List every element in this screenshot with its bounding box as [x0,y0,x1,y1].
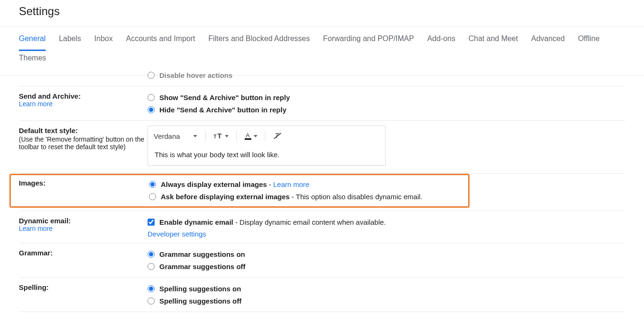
font-family-dropdown[interactable]: Verdana [154,132,201,140]
label-images-always[interactable]: Always display external images - Learn m… [161,180,309,188]
send-archive-title: Send and Archive: [19,92,148,100]
label-spelling-off[interactable]: Spelling suggestions off [159,297,241,305]
radio-images-always[interactable] [149,181,156,188]
checkbox-enable-dynamic-email[interactable] [148,219,155,226]
label-grammar-off[interactable]: Grammar suggestions off [159,262,246,271]
row-send-archive: Send and Archive: Learn more Show "Send … [19,86,625,121]
label-send-archive-show[interactable]: Show "Send & Archive" button in reply [159,93,290,102]
tab-advanced[interactable]: Advanced [531,27,565,51]
remove-formatting-icon: T [273,132,282,140]
label-grammar-on[interactable]: Grammar suggestions on [159,250,245,258]
tab-addons[interactable]: Add-ons [427,27,455,51]
radio-send-archive-hide[interactable] [148,106,155,113]
tab-general[interactable]: General [19,27,46,51]
text-style-card: Verdana TT A [148,126,386,166]
page-title: Settings [19,5,644,18]
toolbar-separator [206,131,206,141]
text-style-toolbar: Verdana TT A [148,126,385,146]
svg-text:T: T [214,134,216,139]
settings-content: Disable hover actions Send and Archive: … [0,75,644,312]
spelling-title: Spelling: [19,283,148,291]
grammar-title: Grammar: [19,249,148,257]
chevron-down-icon [225,135,229,137]
radio-disable-hover[interactable] [148,72,155,79]
tab-inbox[interactable]: Inbox [94,27,113,51]
label-send-archive-hide[interactable]: Hide "Send & Archive" button in reply [159,106,287,114]
toolbar-separator [236,131,237,141]
toolbar-separator [265,131,265,141]
tab-chat[interactable]: Chat and Meet [469,27,518,51]
svg-text:A: A [246,132,250,139]
text-color-dropdown[interactable]: A [241,130,260,142]
font-size-dropdown[interactable]: TT [211,130,231,142]
svg-rect-3 [245,138,251,140]
label-disable-hover[interactable]: Disable hover actions [159,71,232,79]
row-dynamic-email: Dynamic email: Learn more Enable dynamic… [19,211,625,243]
dynamic-email-learn-more-link[interactable]: Learn more [19,225,148,232]
label-spelling-on[interactable]: Spelling suggestions on [159,285,241,293]
row-spelling: Spelling: Spelling suggestions on Spelli… [19,278,625,312]
row-hover-actions: Disable hover actions [19,69,625,86]
label-enable-dynamic-email[interactable]: Enable dynamic email - Display dynamic e… [159,218,386,226]
text-style-preview: This is what your body text will look li… [148,146,385,165]
remove-formatting-button[interactable]: T [270,130,285,142]
radio-spelling-on[interactable] [148,285,155,292]
images-learn-more-link[interactable]: Learn more [273,180,309,188]
radio-spelling-off[interactable] [148,297,155,305]
row-grammar: Grammar: Grammar suggestions on Grammar … [19,243,625,278]
tab-offline[interactable]: Offline [578,27,600,51]
tab-filters[interactable]: Filters and Blocked Addresses [208,27,310,51]
default-style-title: Default text style: [19,127,148,135]
radio-send-archive-show[interactable] [148,94,155,101]
developer-settings-link[interactable]: Developer settings [148,230,206,238]
radio-grammar-on[interactable] [148,251,155,258]
row-images: Images: Always display external images -… [19,174,625,208]
chevron-down-icon [254,135,257,137]
send-archive-learn-more-link[interactable]: Learn more [19,100,148,108]
svg-text:T: T [217,132,222,140]
row-default-text-style: Default text style: (Use the 'Remove for… [19,121,625,174]
label-images-ask[interactable]: Ask before displaying external images - … [161,193,422,201]
images-highlight: Images: Always display external images -… [9,174,470,208]
text-color-icon: A [244,132,252,140]
svg-text:T: T [275,132,280,139]
tab-labels[interactable]: Labels [59,27,81,51]
default-style-sub: (Use the 'Remove formatting' button on t… [19,135,148,151]
text-size-icon: TT [214,132,223,140]
tab-themes[interactable]: Themes [19,51,46,70]
chevron-down-icon [193,135,197,137]
images-title: Images: [19,179,149,187]
font-family-value: Verdana [154,132,180,140]
radio-grammar-off[interactable] [148,263,155,270]
tab-accounts[interactable]: Accounts and Import [126,27,195,51]
radio-images-ask[interactable] [149,193,156,200]
tab-forwarding[interactable]: Forwarding and POP/IMAP [323,27,414,51]
tabs-nav: General Labels Inbox Accounts and Import… [0,26,644,75]
dynamic-email-title: Dynamic email: [19,217,148,225]
